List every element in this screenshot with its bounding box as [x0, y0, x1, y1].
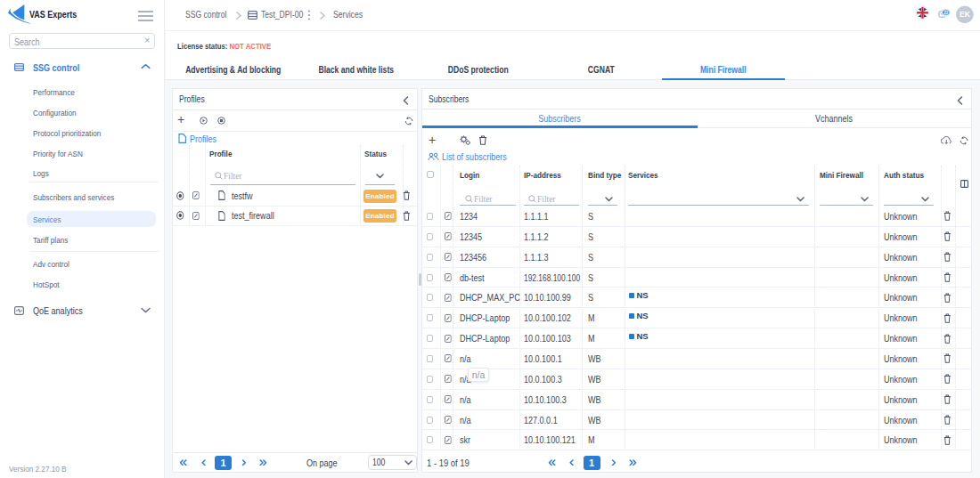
- svg-text:EK: EK: [960, 10, 971, 19]
- svg-text:22: 22: [943, 11, 949, 15]
